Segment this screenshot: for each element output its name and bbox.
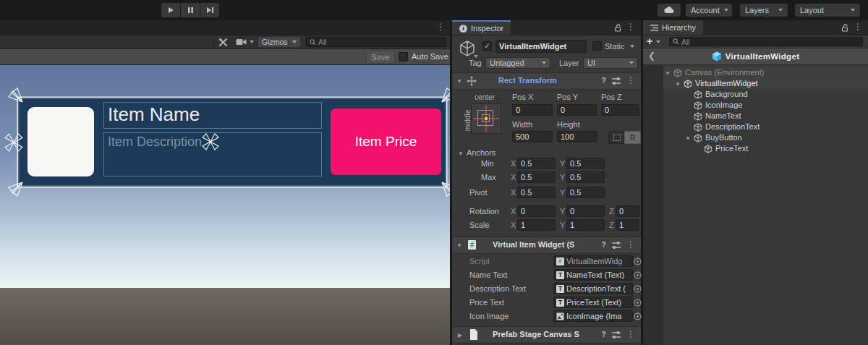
play-button[interactable] [161,3,180,17]
name-text-box[interactable]: Item Name [103,102,322,129]
rotation-z-field[interactable]: 0 [616,205,639,217]
foldout-arrow-collapsed-icon[interactable]: ▶ [458,332,462,338]
active-checkbox[interactable]: ✓ [482,41,492,51]
anchor-gizmo-bottom-left-icon[interactable] [8,181,24,197]
width-field[interactable]: 500 [512,131,553,142]
virtual-item-widget-header[interactable]: ▼ # Virtual Item Widget (S ? ⋮ [452,237,641,254]
tree-row-background[interactable]: Background [663,89,868,100]
cloud-button[interactable] [658,4,681,17]
pivot-y-field[interactable]: 0.5 [566,187,605,198]
presets-icon[interactable] [612,77,621,85]
tree-row-virtualitemwidget[interactable]: ▼ VirtualItemWidget [663,78,868,89]
tree-row-descriptiontext[interactable]: DescriptionText [663,122,868,132]
icon-image-object-field[interactable]: IconImage (Ima [553,310,633,322]
object-picker-icon[interactable] [634,312,642,320]
script-object-field[interactable]: # VirtualItemWidg [553,255,633,267]
layers-dropdown[interactable]: Layers [740,4,788,17]
component-menu-kebab-icon[interactable]: ⋮ [626,77,635,84]
scene-search-field[interactable]: All [306,37,446,47]
pivot-x-field[interactable]: 0.5 [517,187,556,198]
camera-icon[interactable] [236,38,247,46]
raw-edit-mode-button[interactable]: R [624,131,641,144]
pivot-gizmo-icon[interactable] [201,132,220,151]
min-y-field[interactable]: 0.5 [566,158,605,169]
max-x-field[interactable]: 0.5 [517,171,556,183]
buy-button[interactable]: Item Price [331,108,441,175]
save-button[interactable]: Save [366,51,395,64]
rotation-x-field[interactable]: 0 [517,205,556,217]
rotation-y-field[interactable]: 0 [566,205,605,217]
min-x-field[interactable]: 0.5 [517,158,556,169]
layout-dropdown[interactable]: Layout [795,4,860,17]
virtual-item-widget-canvas[interactable]: Item Name Item Description Item Price [18,98,446,187]
price-text-object-field[interactable]: T PriceText (Text) [553,297,633,308]
icon-image-placeholder[interactable] [27,107,94,176]
scene-menu-kebab-icon[interactable]: ⋮ [436,23,445,30]
inspector-menu-kebab-icon[interactable]: ⋮ [626,23,635,30]
blueprint-mode-button[interactable] [608,131,625,144]
anchor-gizmo-top-right-icon[interactable] [441,88,450,103]
pause-button[interactable] [181,3,200,17]
game-object-name-field[interactable]: VirtualItemWidget [495,40,587,53]
description-text-object-field[interactable]: T DescriptionText ( [553,283,633,294]
foldout-arrow-icon[interactable]: ▼ [685,135,691,142]
anchor-gizmo-top-left-icon[interactable] [8,88,24,103]
component-menu-kebab-icon[interactable]: ⋮ [626,331,635,338]
static-checkbox[interactable] [592,41,602,51]
pos-z-field[interactable]: 0 [601,104,639,116]
scale-z-field[interactable]: 1 [616,219,639,231]
create-dropdown-icon[interactable] [656,41,660,43]
object-picker-icon[interactable] [634,299,642,307]
gizmos-dropdown[interactable]: Gizmos [258,37,300,47]
static-dropdown-icon[interactable] [630,45,634,48]
lock-icon[interactable] [841,24,849,32]
create-button[interactable]: + [647,35,652,47]
hierarchy-search-field[interactable]: All [669,37,863,46]
object-picker-icon[interactable] [634,271,642,279]
tag-dropdown[interactable]: Untagged [485,57,550,69]
pos-x-field[interactable]: 0 [512,104,553,116]
help-icon[interactable]: ? [601,330,606,338]
help-icon[interactable]: ? [601,240,606,249]
tool-settings-icon[interactable] [218,38,228,47]
rect-transform-header[interactable]: ▼ Rect Transform ? ⋮ [452,72,641,90]
layer-dropdown[interactable]: UI [583,57,638,69]
tree-row-nametext[interactable]: NameText [663,111,868,122]
tree-row-pricetext[interactable]: PriceText [663,143,868,154]
scene-viewport[interactable]: Item Name Item Description Item Price [0,65,450,345]
auto-save-checkbox[interactable] [399,52,408,61]
camera-dropdown-icon[interactable] [250,41,254,43]
presets-icon[interactable] [612,331,621,338]
prefab-title-group[interactable]: VirtualItemWidget [643,48,868,64]
scale-y-field[interactable]: 1 [566,219,605,231]
object-picker-icon[interactable] [634,285,642,293]
pos-y-field[interactable]: 0 [557,104,597,116]
scale-x-field[interactable]: 1 [517,219,556,231]
game-object-icon-dropdown[interactable] [474,55,478,58]
max-y-field[interactable]: 0.5 [566,171,605,183]
hierarchy-menu-kebab-icon[interactable]: ⋮ [854,23,862,30]
anchors-foldout-icon[interactable]: ▼ [458,150,464,157]
tree-row-canvas[interactable]: ▼ Canvas (Environment) [663,67,868,78]
anchor-gizmo-middle-left-icon[interactable] [4,132,24,153]
height-field[interactable]: 100 [557,131,597,142]
anchor-gizmo-bottom-right-icon[interactable] [441,181,450,197]
name-text-object-field[interactable]: T NameText (Text) [553,269,633,281]
step-button[interactable] [200,3,219,17]
prefab-stage-canvas-header[interactable]: ▶ Prefab Stage Canvas S ? ⋮ [452,326,641,344]
tab-inspector[interactable]: i Inspector [452,20,511,35]
anchor-preset-button[interactable] [471,103,501,134]
account-dropdown[interactable]: Account [686,4,732,17]
component-menu-kebab-icon[interactable]: ⋮ [626,241,635,248]
presets-icon[interactable] [612,242,621,249]
lock-icon[interactable] [614,24,622,32]
foldout-arrow-icon[interactable]: ▼ [456,78,462,85]
foldout-arrow-icon[interactable]: ▼ [675,81,681,88]
foldout-arrow-icon[interactable]: ▼ [665,70,671,77]
tab-hierarchy[interactable]: Hierarchy [643,20,703,35]
foldout-arrow-icon[interactable]: ▼ [456,242,462,249]
tree-row-iconimage[interactable]: IconImage [663,100,868,111]
tree-row-buybutton[interactable]: ▼ BuyButton [663,132,868,143]
object-picker-icon[interactable] [634,257,642,265]
help-icon[interactable]: ? [601,76,606,85]
